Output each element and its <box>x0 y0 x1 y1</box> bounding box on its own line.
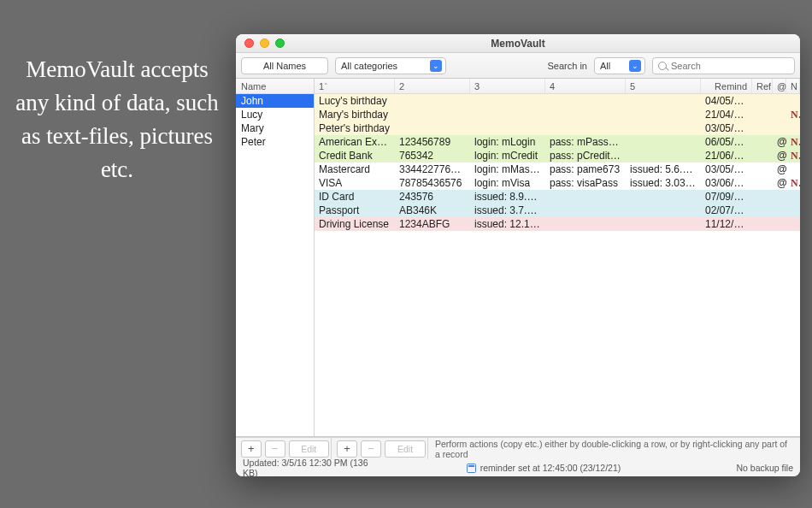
status-reminder: reminder set at 12:45:00 (23/12/21) <box>480 463 621 473</box>
sidebar-add-button[interactable]: + <box>241 440 262 458</box>
sidebar-item-john[interactable]: John <box>236 94 314 108</box>
search-input[interactable] <box>671 61 789 71</box>
all-names-button[interactable]: All Names <box>241 57 328 74</box>
table-row[interactable]: American Expr...123456789login: mLoginpa… <box>315 135 800 149</box>
table-row[interactable]: Lucy's birthday04/05/1989 <box>315 94 800 108</box>
cell-at: @ <box>773 163 786 175</box>
sidebar-item-mary[interactable]: Mary <box>236 121 314 135</box>
main-add-button[interactable]: + <box>337 440 357 458</box>
cell-2: 78785436576 <box>395 177 470 189</box>
cell-at: @ <box>773 136 786 148</box>
cell-remind: 06/05/2017 <box>701 136 752 148</box>
cell-5: issued: 5.6.2012 <box>626 163 701 175</box>
cell-2: 33442277689... <box>395 163 470 175</box>
cell-1: Passport <box>315 204 395 216</box>
cell-n: N <box>786 136 800 149</box>
cell-remind: 03/06/2015 <box>701 177 752 189</box>
cell-1: Peter's birthday <box>315 122 395 134</box>
dropdown-icon: ⌄ <box>629 60 641 72</box>
table-row[interactable]: Peter's birthday03/05/1991 <box>315 121 800 135</box>
sidebar-header[interactable]: Name <box>236 79 314 94</box>
cell-3: login: mMaster <box>470 163 545 175</box>
cell-2: 1234ABFG <box>395 218 470 230</box>
cell-1: Mary's birthday <box>315 109 395 121</box>
cell-remind: 21/04/1991 <box>701 109 752 121</box>
rows-container: Lucy's birthday04/05/1989Mary's birthday… <box>315 94 800 436</box>
table-row[interactable]: Mastercard33442277689...login: mMasterpa… <box>315 162 800 176</box>
cell-4: pass: mPassw... <box>545 136 626 148</box>
category-combo[interactable]: All categories ⌄ <box>335 57 446 74</box>
bottombar: + − Edit + − Edit Perform actions (copy … <box>236 437 800 459</box>
status-backup: No backup file <box>708 463 793 473</box>
category-combo-value: All categories <box>341 61 397 71</box>
sidebar: Name JohnLucyMaryPeter <box>236 79 315 436</box>
sidebar-edit-button[interactable]: Edit <box>289 440 329 458</box>
cell-1: ID Card <box>315 191 395 203</box>
cell-2: 765342 <box>395 150 470 162</box>
table-row[interactable]: ID Card243576issued: 8.9.201007/09/2015 <box>315 190 800 204</box>
cell-at: @ <box>773 177 786 189</box>
app-window: MemoVault All Names All categories ⌄ Sea… <box>236 34 800 476</box>
table-row[interactable]: Mary's birthday21/04/1991N <box>315 108 800 121</box>
cell-1: Credit Bank <box>315 150 395 162</box>
cell-remind: 02/07/2018 <box>701 204 752 216</box>
main-remove-button[interactable]: − <box>361 440 381 458</box>
cell-2: AB346K <box>395 204 470 216</box>
cell-remind: 03/05/2016 <box>701 163 752 175</box>
col-n-header[interactable]: N <box>786 79 800 93</box>
cell-3: issued: 3.7.2013 <box>470 204 545 216</box>
cell-1: Driving License <box>315 218 395 230</box>
table-row[interactable]: Credit Bank765342login: mCreditpass: pCr… <box>315 149 800 162</box>
col-2-header[interactable]: 2 <box>395 79 470 93</box>
cell-3: login: mLogin <box>470 136 545 148</box>
col-remind-header[interactable]: Remind <box>701 79 752 93</box>
promo-text: MemoVault accepts any kind of data, such… <box>10 53 224 187</box>
cell-4: pass: pCredit45 <box>545 150 626 162</box>
sidebar-item-peter[interactable]: Peter <box>236 135 314 149</box>
cell-3: issued: 12.12.... <box>470 218 545 230</box>
cell-3: issued: 8.9.2010 <box>470 191 545 203</box>
search-icon <box>658 62 667 70</box>
name-list: JohnLucyMaryPeter <box>236 94 314 436</box>
col-4-header[interactable]: 4 <box>545 79 626 93</box>
table-row[interactable]: PassportAB346Kissued: 3.7.201302/07/2018 <box>315 204 800 217</box>
hint-text: Perform actions (copy etc.) either by do… <box>428 439 800 459</box>
cell-remind: 07/09/2015 <box>701 191 752 203</box>
sidebar-remove-button[interactable]: − <box>265 440 285 458</box>
table-row[interactable]: Driving License1234ABFGissued: 12.12....… <box>315 217 800 231</box>
cell-5: issued: 3.03.14 <box>626 177 701 189</box>
status-updated: Updated: 3/5/16 12:30 PM <box>243 458 348 468</box>
cell-remind: 03/05/1991 <box>701 122 752 134</box>
cell-3: login: mCredit <box>470 150 545 162</box>
search-field[interactable] <box>652 57 795 74</box>
col-at-header[interactable]: @ <box>773 79 786 93</box>
cell-4: pass: visaPass <box>545 177 626 189</box>
calendar-icon <box>467 464 476 473</box>
cell-n: N <box>786 150 800 162</box>
col-ref-header[interactable]: Ref <box>752 79 773 93</box>
cell-n: N <box>786 109 800 121</box>
cell-2: 243576 <box>395 191 470 203</box>
cell-remind: 11/12/2016 <box>701 218 752 230</box>
titlebar: MemoVault <box>236 34 800 53</box>
cell-1: VISA <box>315 177 395 189</box>
cell-remind: 04/05/1989 <box>701 95 752 107</box>
cell-2: 123456789 <box>395 136 470 148</box>
col-1-header[interactable]: 1 <box>315 79 395 93</box>
cell-4: pass: pame673 <box>545 163 626 175</box>
main-edit-button[interactable]: Edit <box>385 440 426 458</box>
statusbar: Updated: 3/5/16 12:30 PM (136 KB) remind… <box>236 459 800 476</box>
search-scope-value: All <box>600 61 610 71</box>
toolbar: All Names All categories ⌄ Search in All… <box>236 53 800 79</box>
search-scope-combo[interactable]: All ⌄ <box>594 57 645 74</box>
dropdown-icon: ⌄ <box>430 60 442 72</box>
cell-remind: 21/06/2017 <box>701 150 752 162</box>
sidebar-item-lucy[interactable]: Lucy <box>236 108 314 121</box>
col-5-header[interactable]: 5 <box>626 79 701 93</box>
col-3-header[interactable]: 3 <box>470 79 545 93</box>
cell-1: American Expr... <box>315 136 395 148</box>
table-row[interactable]: VISA78785436576login: mVisapass: visaPas… <box>315 176 800 190</box>
window-title: MemoVault <box>236 38 800 50</box>
cell-n: N <box>786 177 800 190</box>
cell-1: Lucy's birthday <box>315 95 395 107</box>
